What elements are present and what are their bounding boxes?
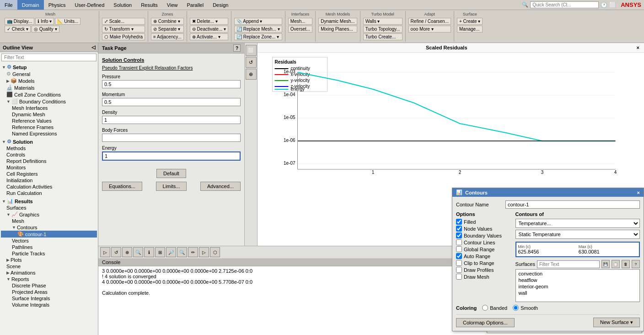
walls-btn[interactable]: Walls ▾	[363, 18, 402, 25]
global-range-option[interactable]: Global Range	[456, 246, 512, 252]
tree-boundary[interactable]: ▼ ⬜ Boundary Conditions	[1, 98, 97, 105]
menu-domain[interactable]: Domain	[17, 0, 44, 10]
tree-monitors[interactable]: Monitors	[1, 164, 97, 171]
contour-name-input[interactable]	[505, 200, 640, 209]
menu-physics[interactable]: Physics	[44, 0, 70, 10]
surfaces-btn-2[interactable]: 📋	[612, 260, 620, 268]
density-input[interactable]	[102, 116, 241, 124]
menu-solution[interactable]: Solution	[109, 0, 136, 10]
tree-named-expr[interactable]: Named Expressions	[1, 130, 97, 137]
contours-of-select[interactable]: Temperature...	[515, 219, 640, 228]
tree-setup[interactable]: ▼ ⚙ Setup	[1, 64, 97, 70]
boundary-values-checkbox[interactable]	[456, 232, 462, 238]
equations-btn[interactable]: Equations...	[102, 182, 142, 191]
tree-report-def[interactable]: Report Definitions	[1, 158, 97, 164]
tree-cell-registers[interactable]: Cell Registers	[1, 171, 97, 177]
polyhedra-btn[interactable]: ⬡ Make Polyhedra	[102, 33, 145, 40]
default-btn[interactable]: Default	[156, 169, 186, 178]
pressure-input[interactable]	[102, 80, 241, 88]
tree-ref-values[interactable]: Reference Values	[1, 118, 97, 124]
tree-discrete-phase[interactable]: Discrete Phase	[1, 282, 97, 289]
console-hex-btn[interactable]: ⬡	[210, 247, 220, 257]
console-arrow-btn[interactable]: ▷	[100, 247, 110, 257]
menu-design[interactable]: Design	[208, 0, 233, 10]
tree-animations[interactable]: ▶ Animations	[1, 270, 97, 276]
tree-reports[interactable]: ▼ Reports	[1, 276, 97, 282]
smooth-radio[interactable]	[513, 305, 519, 311]
tree-particle-tracks[interactable]: Particle Tracks	[1, 250, 97, 257]
tree-calc-activities[interactable]: Calculation Activities	[1, 184, 97, 190]
surface-wall[interactable]: wall	[517, 290, 639, 296]
replace-zone-btn[interactable]: 🔄 Replace Zone... ▾	[234, 33, 282, 40]
momentum-input[interactable]	[102, 98, 241, 106]
node-values-checkbox[interactable]	[456, 226, 462, 232]
refine-btn[interactable]: Refine / Coarsen...	[408, 18, 451, 25]
tree-surfaces[interactable]: Surfaces	[1, 205, 97, 211]
menu-view[interactable]: View	[162, 0, 182, 10]
info-btn[interactable]: ℹ Info ▾	[35, 18, 54, 25]
surfaces-btn-1[interactable]: 💾	[601, 260, 610, 268]
auto-range-option[interactable]: Auto Range	[456, 253, 512, 259]
console-plus-btn[interactable]: ⊕	[122, 247, 132, 257]
tree-contours[interactable]: ▼ Contours	[1, 224, 97, 231]
min-input[interactable]	[518, 249, 577, 254]
console-zoom3-btn[interactable]: 🔍	[177, 247, 187, 257]
tree-results[interactable]: ▼ 📊 Results	[1, 198, 97, 205]
console-zoom-btn[interactable]: 🔍	[133, 247, 143, 257]
activate-btn[interactable]: ⊕ Activate... ▾	[190, 33, 228, 40]
tree-pathlines[interactable]: Pathlines	[1, 244, 97, 250]
console-content[interactable]: 3 0.0000e+00 0.0000e+00 0.0000e+00 0.000…	[98, 266, 485, 335]
console-grid-btn[interactable]: ⊞	[155, 247, 165, 257]
tree-volume-integrals[interactable]: Volume Integrals	[1, 302, 97, 308]
outline-close-icon[interactable]: ◁	[91, 44, 95, 50]
filled-checkbox[interactable]	[456, 219, 462, 225]
contour-lines-checkbox[interactable]	[456, 239, 462, 245]
tree-vectors[interactable]: Vectors	[1, 238, 97, 244]
side-btn-1[interactable]: ⬜	[246, 45, 257, 56]
tree-solution[interactable]: ▼ ⚙ Solution	[1, 138, 97, 145]
console-zoom2-btn[interactable]: 🔎	[166, 247, 176, 257]
node-values-option[interactable]: Node Values	[456, 226, 512, 232]
tree-general[interactable]: ⚙ General	[1, 70, 97, 77]
advanced-btn[interactable]: Advanced...	[200, 182, 241, 191]
tree-run-calc[interactable]: Run Calculation	[1, 190, 97, 196]
new-surface-btn[interactable]: New Surface ▾	[593, 318, 640, 327]
global-range-checkbox[interactable]	[456, 246, 462, 252]
turbo-topology-btn[interactable]: Turbo Topology...	[363, 26, 402, 32]
mixing-planes-btn[interactable]: Mixing Planes...	[318, 26, 357, 32]
draw-mesh-checkbox[interactable]	[456, 274, 462, 280]
more-btn[interactable]: ooo More ▾	[408, 26, 451, 32]
scale-btn[interactable]: ⤢ Scale...	[102, 18, 145, 25]
create-surface-btn[interactable]: + Create ▾	[457, 18, 483, 25]
energy-input[interactable]	[102, 151, 241, 161]
banded-radio-item[interactable]: Banded	[482, 305, 507, 311]
mesh-interface-btn[interactable]: Mesh...	[288, 18, 312, 25]
deactivate-btn[interactable]: ⊖ Deactivate... ▾	[190, 26, 228, 32]
tree-materials[interactable]: 🔬 Materials	[1, 84, 97, 91]
menu-userdefined[interactable]: User-Defined	[70, 0, 109, 10]
tree-projected-areas[interactable]: Projected Areas	[1, 289, 97, 295]
draw-profiles-checkbox[interactable]	[456, 267, 462, 273]
auto-range-checkbox[interactable]	[456, 253, 462, 259]
tree-dynamic-mesh[interactable]: Dynamic Mesh	[1, 111, 97, 118]
display-btn[interactable]: 📺 Display...	[5, 18, 34, 25]
tree-methods[interactable]: Methods	[1, 145, 97, 151]
tree-mesh-interfaces[interactable]: Mesh Interfaces	[1, 105, 97, 111]
draw-mesh-option[interactable]: Draw Mesh	[456, 274, 512, 280]
console-edit-btn[interactable]: ✏	[188, 247, 198, 257]
adjacency-btn[interactable]: ≡ Adjacency...	[151, 33, 184, 40]
units-btn[interactable]: 📐 Units...	[55, 18, 80, 25]
limits-btn[interactable]: Limits...	[156, 182, 187, 191]
combine-btn[interactable]: ⊕ Combine ▾	[151, 18, 184, 25]
side-btn-2[interactable]: ↺	[246, 57, 257, 68]
console-play-btn[interactable]: ▷	[199, 247, 209, 257]
static-temp-select[interactable]: Static Temperature	[515, 230, 640, 239]
tree-controls[interactable]: Controls	[1, 151, 97, 158]
surface-heatflow[interactable]: heatflow	[517, 277, 639, 283]
turbo-create-btn[interactable]: Turbo Create...	[363, 33, 402, 40]
dynamic-mesh-btn[interactable]: Dynamic Mesh...	[318, 18, 357, 25]
surfaces-btn-3[interactable]: 🗑	[622, 260, 630, 268]
tree-ref-frames[interactable]: Reference Frames	[1, 124, 97, 130]
tree-contour1[interactable]: 🎨 contour-1	[1, 231, 97, 238]
filter-input[interactable]	[1, 54, 97, 61]
